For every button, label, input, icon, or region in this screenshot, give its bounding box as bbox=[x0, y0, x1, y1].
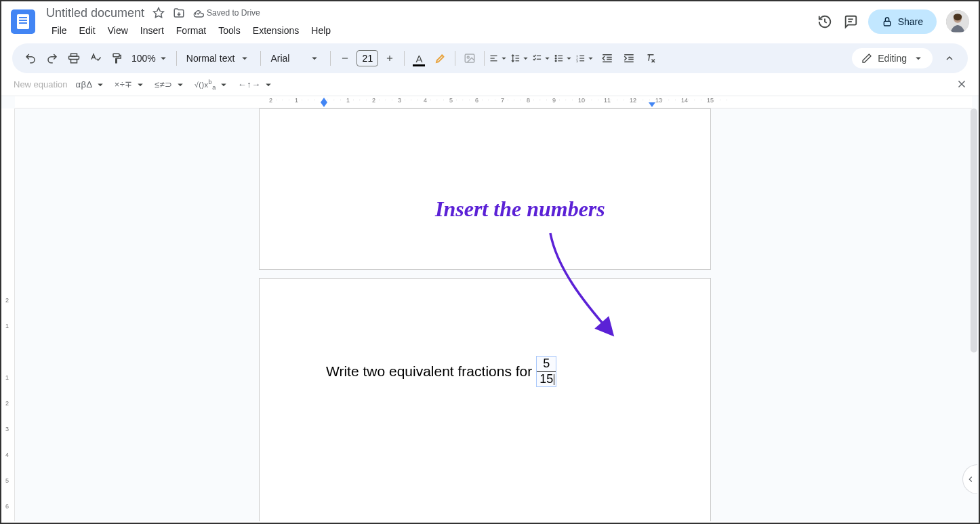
line-spacing-button[interactable] bbox=[510, 48, 531, 68]
svg-marker-0 bbox=[154, 8, 164, 18]
svg-text:3: 3 bbox=[577, 60, 579, 63]
move-icon[interactable] bbox=[173, 7, 185, 19]
fontsize-input[interactable]: 21 bbox=[356, 50, 378, 66]
menu-view[interactable]: View bbox=[102, 24, 134, 37]
fraction-equation[interactable]: 5 15 bbox=[536, 356, 556, 387]
text-color-button[interactable]: A bbox=[409, 48, 429, 68]
docs-logo[interactable] bbox=[11, 9, 35, 34]
svg-point-22 bbox=[556, 55, 557, 56]
text-cursor bbox=[554, 374, 554, 385]
misc-operations-dropdown[interactable]: ×÷∓ bbox=[115, 79, 146, 91]
star-icon[interactable] bbox=[152, 7, 165, 19]
new-equation-button[interactable]: New equation bbox=[14, 79, 68, 89]
increase-indent-button[interactable] bbox=[619, 48, 639, 68]
font-dropdown[interactable]: Arial bbox=[265, 52, 326, 64]
menu-format[interactable]: Format bbox=[171, 24, 211, 37]
fraction-denominator[interactable]: 15 bbox=[537, 372, 556, 387]
document-text[interactable]: Write two equivalent fractions for 5 15 bbox=[326, 356, 556, 387]
close-equation-bar-button[interactable] bbox=[956, 78, 968, 90]
saved-label: Saved to Drive bbox=[207, 8, 260, 18]
equation-toolbar: New equation αβΔ ×÷∓ ≤≠⊃ √()xba ←↑→ bbox=[1, 73, 979, 96]
highlight-button[interactable] bbox=[430, 48, 451, 68]
account-avatar[interactable] bbox=[946, 10, 969, 33]
scrollbar-thumb[interactable] bbox=[971, 108, 977, 352]
insert-image-button[interactable] bbox=[460, 48, 480, 68]
page-2[interactable]: Write two equivalent fractions for 5 15 bbox=[259, 278, 711, 521]
zoom-value: 100% bbox=[131, 53, 156, 64]
vertical-ruler[interactable]: 21123456 bbox=[1, 108, 15, 521]
saved-status[interactable]: Saved to Drive bbox=[193, 7, 260, 18]
title-bar: Untitled document Saved to Drive File Ed… bbox=[1, 1, 979, 42]
horizontal-ruler[interactable]: 2···1······1···2···3···4···5···6···7···8… bbox=[15, 96, 972, 108]
svg-point-13 bbox=[468, 56, 470, 58]
greek-letters-dropdown[interactable]: αβΔ bbox=[76, 79, 106, 91]
doc-text-content: Write two equivalent fractions for bbox=[326, 363, 532, 380]
arrows-dropdown[interactable]: ←↑→ bbox=[238, 79, 274, 91]
menu-bar: File Edit View Insert Format Tools Exten… bbox=[46, 22, 336, 39]
share-button[interactable]: Share bbox=[868, 9, 937, 34]
share-label: Share bbox=[898, 16, 923, 27]
styles-dropdown[interactable]: Normal text bbox=[181, 52, 257, 64]
spellcheck-button[interactable] bbox=[85, 48, 106, 68]
undo-button[interactable] bbox=[20, 48, 41, 68]
print-button[interactable] bbox=[64, 48, 84, 68]
document-title[interactable]: Untitled document bbox=[46, 6, 144, 20]
collapse-toolbar-button[interactable] bbox=[939, 48, 960, 68]
menu-insert[interactable]: Insert bbox=[135, 24, 169, 37]
svg-point-24 bbox=[556, 60, 557, 62]
clear-formatting-button[interactable] bbox=[640, 48, 661, 68]
editing-label: Editing bbox=[878, 53, 907, 64]
align-button[interactable] bbox=[489, 48, 509, 68]
menu-file[interactable]: File bbox=[46, 24, 73, 37]
checklist-button[interactable] bbox=[532, 48, 552, 68]
bulleted-list-button[interactable] bbox=[554, 48, 574, 68]
menu-extensions[interactable]: Extensions bbox=[247, 24, 304, 37]
history-icon[interactable] bbox=[817, 14, 833, 30]
paint-format-button[interactable] bbox=[107, 48, 127, 68]
main-toolbar: 100% Normal text Arial 21 A 123 Editing bbox=[12, 43, 968, 73]
decrease-fontsize-button[interactable] bbox=[335, 48, 355, 68]
zoom-dropdown[interactable]: 100% bbox=[129, 52, 172, 64]
math-operations-dropdown[interactable]: √()xba bbox=[195, 79, 230, 91]
svg-rect-7 bbox=[71, 60, 77, 63]
menu-tools[interactable]: Tools bbox=[213, 24, 246, 37]
editing-mode-dropdown[interactable]: Editing bbox=[852, 48, 933, 68]
numbered-list-button[interactable]: 123 bbox=[575, 48, 596, 68]
styles-value: Normal text bbox=[186, 53, 235, 64]
svg-rect-3 bbox=[884, 21, 890, 26]
redo-button[interactable] bbox=[42, 48, 62, 68]
svg-point-23 bbox=[556, 58, 557, 59]
comments-icon[interactable] bbox=[842, 14, 859, 30]
decrease-indent-button[interactable] bbox=[597, 48, 617, 68]
relations-dropdown[interactable]: ≤≠⊃ bbox=[155, 79, 186, 91]
page-1[interactable] bbox=[259, 108, 711, 270]
menu-help[interactable]: Help bbox=[306, 24, 336, 37]
font-value: Arial bbox=[270, 53, 289, 64]
document-area: 2···1······1···2···3···4···5···6···7···8… bbox=[1, 96, 979, 521]
svg-rect-8 bbox=[113, 54, 119, 57]
menu-edit[interactable]: Edit bbox=[74, 24, 101, 37]
font-size-group: 21 bbox=[335, 48, 400, 68]
increase-fontsize-button[interactable] bbox=[380, 48, 400, 68]
fraction-numerator[interactable]: 5 bbox=[540, 357, 552, 371]
